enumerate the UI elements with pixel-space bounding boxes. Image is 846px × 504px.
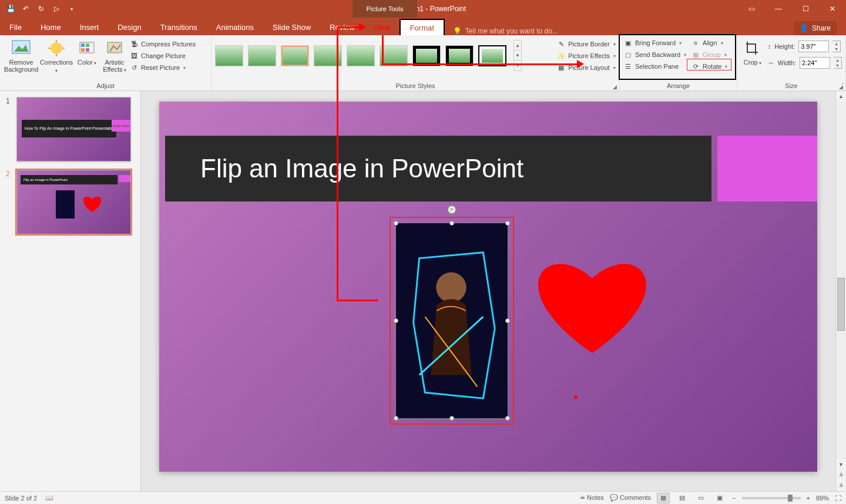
gallery-more-icon[interactable]: ▾ [514, 61, 521, 70]
undo-icon[interactable]: ↶ [20, 3, 32, 15]
window-controls: ▭ — ☐ ✕ [738, 0, 846, 18]
thumbnail-1[interactable]: 1 How To Flip An Image in PowerPoint Pre… [6, 97, 135, 162]
style-thumb-5[interactable] [347, 45, 375, 66]
width-down-icon[interactable]: ▼ [834, 63, 841, 68]
gallery-up-icon[interactable]: ▲ [514, 41, 521, 51]
share-icon: 👤 [800, 24, 808, 32]
thumbnail-2[interactable]: 2 Flip an Image in PowerPoint [6, 170, 135, 234]
tab-format[interactable]: Format [400, 19, 445, 35]
selection-pane-button[interactable]: ☰Selection Pane [623, 61, 686, 72]
thumbnail-2-number: 2 [6, 170, 12, 234]
compress-pictures-button[interactable]: 🗜 Compress Pictures [129, 39, 196, 49]
height-down-icon[interactable]: ▼ [832, 46, 840, 52]
status-slide-indicator: Slide 2 of 2 [5, 495, 37, 502]
tab-design[interactable]: Design [108, 19, 150, 35]
picture-effects-button[interactable]: ✨ Picture Effects▾ [556, 51, 616, 61]
qat-more-icon[interactable]: ▾ [66, 3, 78, 15]
share-button[interactable]: 👤 Share [794, 21, 837, 35]
style-thumb-3[interactable] [281, 45, 309, 66]
thumbnail-1-number: 1 [6, 97, 12, 162]
maximize-button[interactable]: ☐ [792, 0, 819, 18]
rotate-handle-icon[interactable]: ⟳ [447, 205, 456, 214]
tab-home[interactable]: Home [31, 19, 70, 35]
gallery-down-icon[interactable]: ▼ [514, 51, 521, 61]
scroll-up-icon[interactable]: ▲ [836, 91, 846, 102]
remove-background-button[interactable]: Remove Background [4, 36, 39, 73]
save-icon[interactable]: 💾 [5, 3, 16, 15]
height-input[interactable] [798, 41, 829, 52]
group-button[interactable]: ▦Group▾ [691, 49, 727, 60]
rotate-button[interactable]: ⟳Rotate▾ [691, 61, 727, 72]
notes-button[interactable]: ≐ Notes [580, 494, 604, 502]
scroll-thumb[interactable] [837, 278, 845, 331]
picture-border-button[interactable]: ✎ Picture Border▾ [556, 39, 616, 49]
style-thumb-9[interactable] [478, 45, 506, 66]
prev-slide-icon[interactable]: ≙ [836, 470, 846, 481]
style-thumb-2[interactable] [248, 45, 276, 66]
slide-title-text[interactable]: Flip an Image in PowerPoint [200, 154, 523, 183]
crop-icon [743, 39, 762, 58]
align-label: Align [703, 39, 717, 46]
slide-editor[interactable]: Flip an Image in PowerPoint ⟳ [141, 91, 835, 491]
compress-icon: 🗜 [129, 39, 139, 49]
tab-review[interactable]: Review [320, 19, 364, 35]
style-thumb-7[interactable] [412, 45, 441, 66]
bring-forward-button[interactable]: ▣Bring Forward▾ [623, 38, 686, 48]
fit-to-window-icon[interactable]: ⛶ [835, 495, 841, 502]
normal-view-icon[interactable]: ▦ [657, 493, 670, 503]
tab-file[interactable]: File [0, 19, 31, 35]
ribbon: Remove Background Corrections Color Arti… [0, 35, 846, 91]
title-bar: 💾 ↶ ↻ ▷ ▾ Presentation1 - PowerPoint Pic… [0, 0, 846, 18]
reading-view-icon[interactable]: ▭ [694, 493, 707, 503]
picture-styles-launcher-icon[interactable]: ◢ [611, 83, 618, 90]
width-input[interactable] [800, 57, 830, 69]
tab-slideshow[interactable]: Slide Show [263, 19, 320, 35]
send-backward-button[interactable]: ▢Send Backward▾ [623, 49, 686, 60]
comments-button[interactable]: 💬 Comments [610, 494, 651, 502]
tab-animations[interactable]: Animations [207, 19, 263, 35]
change-picture-button[interactable]: 🖼 Change Picture [129, 51, 196, 61]
tab-transitions[interactable]: Transitions [151, 19, 207, 35]
tell-me-search[interactable]: 💡 Tell me what you want to do... [453, 27, 558, 35]
redo-icon[interactable]: ↻ [35, 3, 47, 15]
reset-picture-button[interactable]: ↺ Reset Picture ▾ [129, 62, 196, 73]
zoom-slider[interactable] [742, 497, 801, 499]
picture-layout-button[interactable]: ▦ Picture Layout▾ [556, 62, 616, 73]
group-size-label: Size [741, 82, 842, 91]
quick-access-toolbar: 💾 ↶ ↻ ▷ ▾ [0, 3, 78, 15]
slide-canvas[interactable]: Flip an Image in PowerPoint ⟳ [159, 102, 817, 472]
crop-button[interactable]: Crop [741, 36, 764, 66]
corrections-button[interactable]: Corrections [39, 36, 74, 74]
collapse-ribbon-icon[interactable]: ˆ [842, 83, 844, 89]
ribbon-tabs: File Home Insert Design Transitions Anim… [0, 18, 846, 35]
align-button[interactable]: ≡Align▾ [691, 38, 727, 48]
height-up-icon[interactable]: ▲ [832, 41, 840, 46]
picture-layout-icon: ▦ [556, 63, 566, 72]
sorter-view-icon[interactable]: ▤ [676, 493, 689, 503]
style-thumb-1[interactable] [215, 45, 243, 66]
selected-picture[interactable] [395, 223, 508, 419]
style-thumb-6[interactable] [380, 45, 408, 66]
close-button[interactable]: ✕ [819, 0, 846, 18]
style-thumb-4[interactable] [314, 45, 342, 66]
notes-label: Notes [587, 494, 604, 501]
start-from-beginning-icon[interactable]: ▷ [51, 3, 62, 15]
width-up-icon[interactable]: ▲ [834, 58, 841, 63]
zoom-percent[interactable]: 89% [816, 495, 829, 502]
color-button[interactable]: Color [74, 36, 100, 66]
rotate-label: Rotate [703, 63, 721, 70]
tab-view[interactable]: View [364, 19, 400, 35]
style-thumb-8[interactable] [445, 45, 474, 66]
slideshow-view-icon[interactable]: ▣ [713, 493, 726, 503]
next-slide-icon[interactable]: ≚ [836, 481, 846, 491]
zoom-out-icon[interactable]: − [732, 495, 736, 502]
heart-shape[interactable] [531, 253, 654, 353]
spellcheck-icon[interactable]: 📖 [45, 494, 53, 502]
scroll-track[interactable] [836, 102, 846, 459]
tab-insert[interactable]: Insert [70, 19, 109, 35]
minimize-button[interactable]: — [765, 0, 792, 18]
ribbon-display-options-icon[interactable]: ▭ [738, 0, 765, 18]
artistic-effects-button[interactable]: Artistic Effects [100, 36, 129, 73]
zoom-in-icon[interactable]: + [807, 495, 810, 502]
scroll-down-icon[interactable]: ▼ [836, 459, 846, 470]
